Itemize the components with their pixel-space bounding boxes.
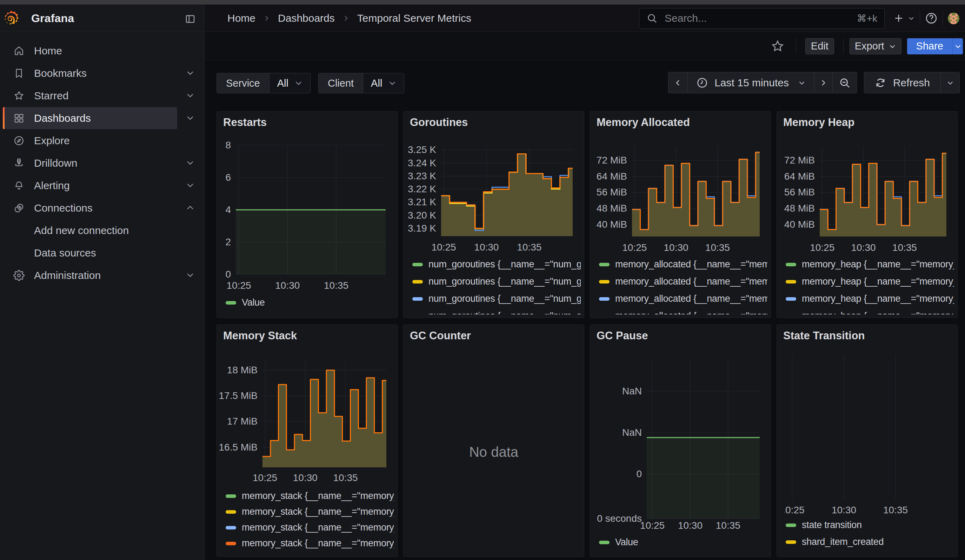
chevron-down-icon [888, 42, 896, 50]
x-axis-labels: 10:2510:3010:35 [409, 242, 581, 254]
legend-item[interactable]: memory_heap {__name__="memory_h [786, 259, 954, 270]
legend-series-color [786, 280, 796, 284]
active-item-accent [3, 107, 5, 129]
sidebar-link-data-sources[interactable]: Data sources [3, 242, 177, 264]
star-dashboard-button[interactable] [770, 39, 785, 54]
legend-series-label: memory_heap {__name__="memory_h [802, 259, 954, 270]
time-shift-forward-button[interactable] [815, 72, 833, 93]
legend-item[interactable]: memory_stack {__name__="memory_s [226, 522, 394, 533]
legend: memory_heap {__name__="memory_hmemory_he… [777, 259, 957, 314]
legend: num_goroutines {__name__="num_gonum_goro… [404, 259, 584, 314]
sidebar-item-alerting: Alerting [0, 175, 204, 196]
legend-item[interactable]: num_goroutines {__name__="num_go [412, 259, 581, 270]
sidebar-link-dashboards[interactable]: Dashboards [3, 107, 177, 129]
sidebar-link-alerting[interactable]: Alerting [3, 175, 177, 196]
y-axis-label: NaN [622, 427, 642, 438]
y-axis-label: 40 MiB [597, 219, 627, 230]
y-axis-label: 56 MiB [597, 187, 627, 198]
x-axis-label: 10:30 [664, 242, 689, 253]
brand-name[interactable]: Grafana [31, 5, 74, 32]
variable-value-dropdown[interactable]: All [270, 73, 310, 93]
zoom-out-button[interactable] [833, 72, 857, 93]
bookmark-icon [11, 65, 27, 81]
sidebar-link-drilldown[interactable]: Drilldown [3, 152, 177, 174]
legend-item[interactable]: num_goroutines {__name__="num_go [412, 293, 581, 304]
chevron-down-icon [946, 79, 954, 87]
legend-item[interactable]: memory_stack {__name__="memory_s [226, 491, 394, 501]
edit-button[interactable]: Edit [805, 38, 834, 54]
legend-item[interactable]: memory_heap {__name__="memory_h [786, 310, 954, 314]
legend-series-color [599, 263, 610, 266]
share-menu-button[interactable] [952, 38, 963, 54]
legend-item[interactable]: memory_allocated {__name__="memo [599, 293, 767, 304]
legend-item[interactable]: memory_allocated {__name__="memo [599, 276, 767, 287]
legend-series-color [786, 540, 796, 544]
legend-item[interactable]: memory_heap {__name__="memory_h [786, 293, 954, 304]
breadcrumb-item-dashboards[interactable]: Dashboards [278, 12, 335, 24]
new-button[interactable] [893, 13, 915, 24]
time-picker-group: Last 15 minutes [668, 72, 857, 93]
x-axis-label: 10:25 [226, 280, 251, 291]
variable-label[interactable]: Client [319, 73, 363, 93]
panel-restarts: Restarts0246810:2510:3010:35Value [216, 111, 397, 318]
refresh-interval-button[interactable] [941, 72, 959, 93]
legend-item[interactable]: num_goroutines {__name__="num_go [412, 276, 581, 287]
legend-item[interactable]: memory_stack {__name__="memory_s [226, 506, 394, 517]
time-shift-back-button[interactable] [669, 72, 688, 93]
sidebar-item-label: Dashboards [34, 112, 91, 124]
variable-value-dropdown[interactable]: All [363, 73, 404, 93]
sidebar-item-label: Administration [34, 269, 101, 281]
panel-title[interactable]: GC Counter [410, 330, 471, 342]
grafana-logo-icon[interactable] [3, 9, 19, 28]
chevron-up-icon[interactable] [183, 200, 198, 216]
breadcrumb-separator-icon [263, 15, 270, 22]
sidebar-link-bookmarks[interactable]: Bookmarks [3, 62, 177, 84]
time-controls: Last 15 minutes [668, 72, 960, 93]
dashboard-content: ServiceAllClientAll Last 15 minutes [205, 61, 965, 560]
legend-series-color [599, 314, 610, 315]
sidebar-link-home[interactable]: Home [3, 40, 177, 62]
chevron-down-icon[interactable] [183, 88, 198, 103]
legend-series-color [412, 314, 423, 315]
legend-item[interactable]: memory_stack {__name__="memory_s [226, 538, 394, 549]
legend-item[interactable]: memory_heap {__name__="memory_h [786, 276, 954, 287]
chevron-down-icon[interactable] [183, 155, 198, 171]
x-axis-label: 10:35 [892, 242, 917, 253]
legend-item[interactable]: memory_allocated {__name__="memo [599, 310, 767, 314]
sidebar-link-administration[interactable]: Administration [3, 264, 177, 286]
sidebar-link-starred[interactable]: Starred [3, 85, 177, 107]
breadcrumb-item-home[interactable]: Home [227, 12, 255, 24]
search-minus-icon [839, 77, 851, 89]
chevron-down-icon[interactable] [183, 65, 198, 81]
y-axis-label: 3.22 K [408, 183, 436, 195]
legend-item[interactable]: state transition [786, 520, 954, 531]
chevron-down-icon[interactable] [183, 110, 198, 126]
share-button[interactable]: Share [907, 38, 952, 54]
x-axis-label: 10:30 [832, 504, 856, 516]
avatar[interactable] [948, 13, 959, 24]
sidebar-link-add-new-connection[interactable]: Add new connection [3, 219, 177, 242]
time-range-picker[interactable]: Last 15 minutes [688, 72, 815, 93]
refresh-button[interactable]: Refresh [864, 72, 941, 93]
legend-series-label: memory_heap {__name__="memory_h [802, 293, 954, 304]
legend-item[interactable]: memory_allocated {__name__="memo [599, 259, 767, 270]
plus-icon [893, 13, 904, 24]
help-button[interactable] [925, 12, 938, 24]
legend-item[interactable]: shard_item_created [786, 537, 954, 547]
chevron-down-icon[interactable] [183, 178, 198, 193]
y-axis-label: 72 MiB [784, 155, 815, 166]
variable-label[interactable]: Service [217, 73, 270, 93]
sidebar-link-connections[interactable]: Connections [3, 197, 177, 219]
chevron-right-icon [819, 78, 828, 87]
chevron-down-icon [798, 79, 806, 87]
legend-item[interactable]: Value [599, 537, 767, 548]
legend-series-color [226, 526, 236, 529]
legend-item[interactable]: Value [226, 297, 394, 308]
sidebar-item-label: Connections [34, 202, 93, 214]
sidebar-link-explore[interactable]: Explore [3, 129, 177, 152]
export-button[interactable]: Export [850, 38, 901, 54]
dock-menu-icon[interactable] [183, 11, 198, 27]
search-input[interactable]: Search... ⌘+k [639, 8, 885, 29]
legend-item[interactable]: num_goroutines {__name__="num_go [412, 310, 581, 314]
chevron-down-icon[interactable] [183, 267, 198, 283]
